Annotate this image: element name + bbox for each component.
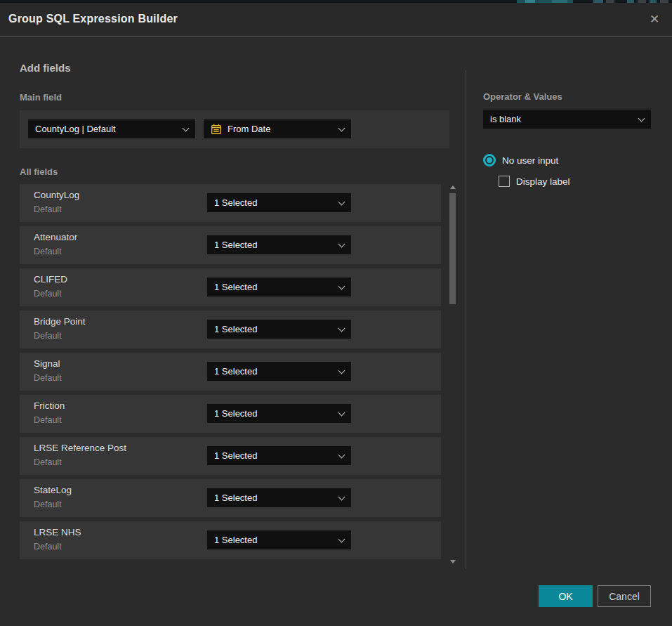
chevron-down-icon [338, 282, 345, 289]
chevron-down-icon [338, 451, 345, 458]
selected-count-value: 1 Selected [214, 493, 334, 503]
scrollbar-thumb[interactable] [449, 193, 456, 304]
main-field-label: Main field [20, 92, 62, 103]
field-row: Attenuator Default 1 Selected [20, 226, 441, 264]
chevron-down-icon [338, 325, 345, 332]
field-name: CountyLog [34, 190, 79, 200]
field-subtitle: Default [34, 500, 62, 509]
chevron-down-icon [338, 493, 345, 500]
field-name: LRSE NHS [34, 527, 81, 537]
chevron-down-icon [338, 240, 345, 247]
selected-count-value: 1 Selected [214, 324, 334, 334]
field-subtitle: Default [34, 331, 62, 341]
checkbox-unchecked-icon [499, 176, 510, 187]
no-user-input-label: No user input [502, 155, 558, 166]
operator-select[interactable]: is blank [483, 110, 651, 129]
selected-count-select[interactable]: 1 Selected [207, 278, 351, 296]
main-field-container: CountyLog | Default From Date [20, 110, 449, 148]
selected-count-select[interactable]: 1 Selected [207, 404, 351, 423]
field-row: LRSE NHS Default 1 Selected [20, 521, 441, 559]
fields-scrollbar [447, 183, 459, 569]
dialog-header: Group SQL Expression Builder ✕ [0, 3, 672, 37]
selected-count-select[interactable]: 1 Selected [207, 193, 351, 212]
field-row: Friction Default 1 Selected [20, 395, 441, 433]
operator-values-heading: Operator & Values [483, 91, 562, 102]
chevron-down-icon [338, 367, 345, 374]
chevron-down-icon [638, 115, 645, 122]
all-fields-label: All fields [20, 167, 58, 177]
close-button[interactable]: ✕ [646, 11, 663, 27]
selected-count-value: 1 Selected [214, 366, 334, 377]
dataset-select[interactable]: CountyLog | Default [28, 119, 195, 138]
selected-count-select[interactable]: 1 Selected [207, 530, 351, 549]
dialog-title: Group SQL Expression Builder [8, 13, 178, 25]
field-row: StateLog Default 1 Selected [20, 479, 441, 517]
selected-count-select[interactable]: 1 Selected [207, 235, 351, 254]
field-name: Bridge Point [34, 316, 86, 327]
field-subtitle: Default [34, 542, 62, 552]
field-subtitle: Default [34, 204, 62, 214]
all-fields-list: CountyLog Default 1 Selected Attenuator … [20, 184, 441, 563]
field-name: CLIFED [34, 274, 67, 285]
no-user-input-radio[interactable]: No user input [483, 154, 558, 167]
operator-select-value: is blank [490, 114, 633, 124]
field-name: Friction [34, 400, 65, 411]
field-name: Attenuator [34, 232, 77, 242]
selected-count-value: 1 Selected [214, 197, 334, 208]
group-sql-expression-builder-dialog: Group SQL Expression Builder ✕ Add field… [0, 3, 672, 626]
scroll-down-button[interactable] [450, 560, 456, 563]
cancel-button[interactable]: Cancel [598, 585, 651, 607]
add-fields-heading: Add fields [20, 62, 71, 74]
field-row: CLIFED Default 1 Selected [20, 268, 441, 306]
chevron-down-icon [338, 535, 345, 542]
selected-count-value: 1 Selected [214, 450, 334, 461]
selected-count-value: 1 Selected [214, 535, 334, 545]
display-label-checkbox[interactable]: Display label [499, 176, 570, 187]
field-row: CountyLog Default 1 Selected [20, 184, 441, 222]
panel-divider [466, 70, 466, 569]
chevron-down-icon [183, 124, 190, 131]
selected-count-select[interactable]: 1 Selected [207, 362, 351, 381]
chevron-down-icon [338, 198, 345, 205]
chevron-down-icon [338, 124, 345, 131]
selected-count-select[interactable]: 1 Selected [207, 320, 351, 339]
field-row: Signal Default 1 Selected [20, 353, 441, 391]
close-icon: ✕ [650, 13, 659, 25]
field-select[interactable]: From Date [204, 119, 351, 138]
field-name: StateLog [34, 485, 72, 495]
field-row: Bridge Point Default 1 Selected [20, 311, 441, 348]
field-subtitle: Default [34, 247, 62, 256]
selected-count-value: 1 Selected [214, 240, 334, 250]
ok-button[interactable]: OK [539, 585, 593, 607]
display-label-label: Display label [516, 176, 570, 187]
field-subtitle: Default [34, 373, 62, 383]
selected-count-value: 1 Selected [214, 282, 334, 292]
selected-count-select[interactable]: 1 Selected [207, 446, 351, 465]
selected-count-value: 1 Selected [214, 408, 334, 419]
radio-selected-icon [483, 154, 496, 167]
field-name: LRSE Reference Post [34, 443, 126, 453]
field-name: Signal [34, 358, 60, 369]
selected-count-select[interactable]: 1 Selected [207, 488, 351, 507]
field-subtitle: Default [34, 289, 62, 299]
chevron-down-icon [338, 409, 345, 416]
field-subtitle: Default [34, 457, 62, 467]
field-select-value: From Date [228, 124, 334, 134]
dataset-select-value: CountyLog | Default [35, 124, 178, 134]
scroll-up-button[interactable] [450, 185, 456, 189]
field-row: LRSE Reference Post Default 1 Selected [20, 437, 441, 475]
calendar-icon [211, 124, 222, 135]
field-subtitle: Default [34, 415, 62, 425]
